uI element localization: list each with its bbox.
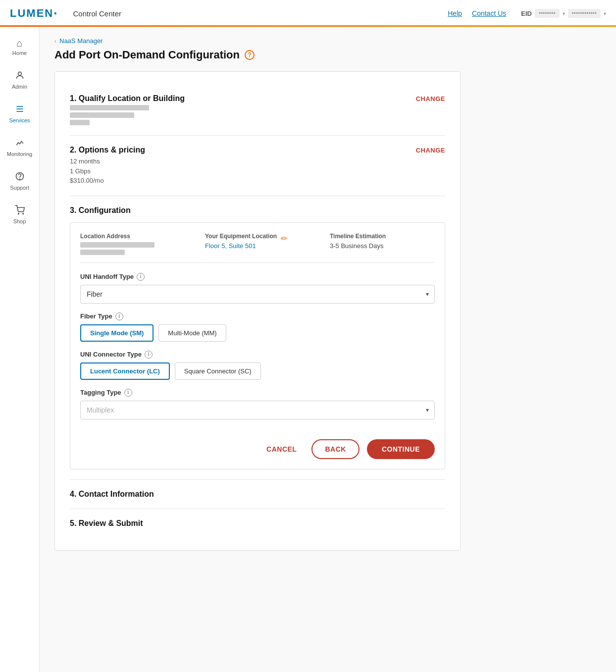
timeline-value: 3-5 Business Days [330,242,435,250]
logo-text: LUMEN [10,7,53,19]
sidebar-item-services[interactable]: Services [0,98,39,129]
sidebar-label-shop: Shop [13,218,26,224]
connector-type-info-icon[interactable]: i [145,351,153,359]
fiber-type-field: Fiber Type i Single Mode (SM) Multi-Mode… [80,312,435,342]
services-icon [15,104,25,115]
fiber-type-info-icon[interactable]: i [115,312,123,320]
step-2-summary: 12 months 1 Gbps $310.00/mo [70,156,145,186]
sidebar-label-monitoring: Monitoring [7,151,32,157]
connector-lc-button[interactable]: Lucent Connector (LC) [80,362,170,380]
svg-point-5 [19,179,20,179]
step-2-title: 2. Options & pricing [70,146,145,155]
breadcrumb-arrow: ‹ [54,38,56,45]
equipment-value: Floor 5, Suite 501 [205,242,277,250]
sidebar-item-home[interactable]: ⌂ Home [0,32,39,62]
sidebar-item-monitoring[interactable]: Monitoring [0,132,39,163]
breadcrumb-link[interactable]: NaaS Manager [59,37,103,45]
uni-handoff-label: UNI Handoff Type i [80,273,435,281]
connector-type-toggle-group: Lucent Connector (LC) Square Connector (… [80,362,435,380]
step-1-title: 1. Qualify Location or Building [70,94,185,103]
step-1: 1. Qualify Location or Building CHANGE [70,84,445,136]
configuration-box: Location Address Your Equipment Location… [70,222,445,469]
contact-link[interactable]: Contact Us [472,9,506,17]
equipment-col: Your Equipment Location Floor 5, Suite 5… [205,233,310,255]
pricing-detail2: 1 Gbps [70,166,145,176]
equipment-inner: Your Equipment Location Floor 5, Suite 5… [205,233,277,250]
timeline-label: Timeline Estimation [330,233,435,240]
step-3: 3. Configuration Location Address [70,196,445,480]
step-3-title-text: Configuration [79,206,131,214]
step-3-title: 3. Configuration [70,206,445,215]
eid-dropdown-arrow[interactable]: ▾ [563,11,565,16]
fiber-sm-button[interactable]: Single Mode (SM) [80,324,154,342]
uni-handoff-field: UNI Handoff Type i Fiber ▾ [80,273,435,304]
tagging-type-info-icon[interactable]: i [124,389,132,397]
config-top-row: Location Address Your Equipment Location… [80,233,435,263]
eid-label: EID [521,10,532,17]
step-5: 5. Review & Submit [70,509,445,538]
sidebar-label-services: Services [9,117,30,123]
sidebar-label-home: Home [12,50,27,56]
timeline-col: Timeline Estimation 3-5 Business Days [330,233,435,255]
admin-icon [15,70,25,82]
fiber-mm-button[interactable]: Multi-Mode (MM) [158,324,226,342]
page-title: Add Port On-Demand Configuration ? [54,49,601,61]
tagging-select[interactable]: Multiplex [80,401,435,419]
app-layout: ⌂ Home Admin Services Monitoring Suppo [0,27,616,672]
cancel-button[interactable]: CANCEL [259,440,304,458]
shop-icon [15,205,25,216]
step-1-summary [70,105,185,125]
step-4-number: 4. [70,490,76,498]
main-content: ‹ NaaS Manager Add Port On-Demand Config… [40,27,616,672]
step-5-title: 5. Review & Submit [70,519,445,528]
tagging-label-text: Tagging Type [80,389,121,396]
location-address-label: Location Address [80,233,185,240]
tagging-type-label: Tagging Type i [80,389,435,397]
page-title-text: Add Port On-Demand Configuration [54,49,240,61]
connector-sc-button[interactable]: Square Connector (SC) [175,362,261,380]
svg-point-0 [18,72,21,75]
continue-button[interactable]: CONTINUE [367,439,435,459]
address-line1-blur [70,105,149,110]
location-address-col: Location Address [80,233,185,255]
sidebar-label-support: Support [10,185,29,191]
step-1-title-text: Qualify Location or Building [79,94,185,103]
tagging-select-wrapper: Multiplex ▾ [80,401,435,419]
account-value: •••••••••••• [568,9,601,18]
step-2-change-button[interactable]: CHANGE [416,147,445,154]
support-icon [15,171,25,183]
edit-equipment-icon[interactable]: ✏ [281,234,287,243]
back-button[interactable]: BACK [311,439,359,459]
sidebar-item-shop[interactable]: Shop [0,199,39,230]
sidebar-item-support[interactable]: Support [0,165,39,197]
sidebar: ⌂ Home Admin Services Monitoring Suppo [0,27,40,672]
action-row: CANCEL BACK CONTINUE [80,432,435,459]
address-line3-blur [70,120,90,125]
monitoring-icon [15,138,25,149]
location-addr1-blur [80,242,154,248]
step-5-title-text: Review & Submit [79,519,143,527]
app-title: Control Center [73,9,448,18]
step-4-title-text: Contact Information [79,490,154,498]
connector-type-label-text: UNI Connector Type [80,351,142,358]
nav-links: Help Contact Us EID •••••••• ▾ •••••••••… [448,9,606,18]
step-4-title: 4. Contact Information [70,490,445,499]
uni-handoff-label-text: UNI Handoff Type [80,273,134,280]
account-dropdown-arrow[interactable]: ▾ [604,11,606,16]
help-link[interactable]: Help [448,9,462,17]
step-2-title-text: Options & pricing [79,146,145,154]
location-addr2-blur [80,250,125,255]
equipment-label: Your Equipment Location [205,233,277,240]
step-5-number: 5. [70,519,76,527]
step-2-number: 2. [70,146,76,154]
connector-type-field: UNI Connector Type i Lucent Connector (L… [80,351,435,380]
uni-handoff-info-icon[interactable]: i [137,273,145,281]
sidebar-item-admin[interactable]: Admin [0,64,39,96]
fiber-type-toggle-group: Single Mode (SM) Multi-Mode (MM) [80,324,435,342]
svg-point-6 [18,213,19,214]
step-1-change-button[interactable]: CHANGE [416,95,445,103]
page-help-icon[interactable]: ? [245,50,255,60]
orange-bar [0,25,616,27]
uni-handoff-select[interactable]: Fiber [80,285,435,304]
top-nav: LUMEN· Control Center Help Contact Us EI… [0,0,616,27]
